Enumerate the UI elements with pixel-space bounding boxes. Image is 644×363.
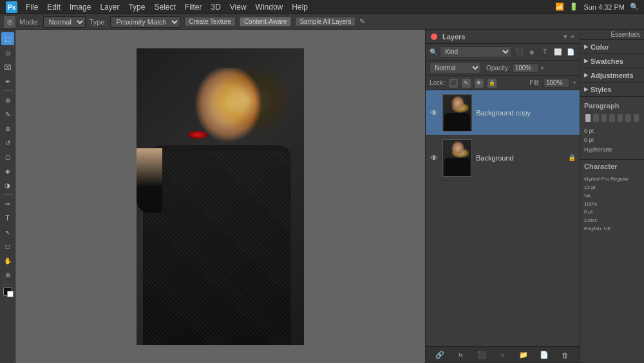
search-icon[interactable]: 🔍 [630, 3, 639, 11]
tool-stamp[interactable]: ⊜ [1, 122, 14, 135]
menu-item-type[interactable]: Type [124, 1, 149, 13]
tool-spot-heal[interactable]: ⊕ [1, 93, 14, 106]
filter-shape-icon[interactable]: ⬜ [553, 47, 563, 57]
adjustments-panel-arrow: ▶ [584, 72, 588, 78]
lock-position-button[interactable]: ✎ [462, 79, 471, 88]
lock-move-button[interactable]: ✥ [475, 79, 484, 88]
clock: Sun 4:32 PM [583, 3, 625, 11]
blend-mode-dropdown[interactable]: Normal Multiply Screen Overlay [430, 63, 481, 74]
justify-all-button[interactable] [634, 114, 639, 122]
tool-path-select[interactable]: ↖ [1, 226, 14, 239]
tool-pen[interactable]: ✑ [1, 197, 14, 210]
panel-collapse-icon[interactable]: ▾ [564, 33, 567, 40]
tool-crop[interactable]: ⌧ [1, 61, 14, 74]
justify-center-button[interactable] [618, 114, 623, 122]
paragraph-panel-title: Paragraph [580, 99, 644, 112]
lock-all-button[interactable]: 🔒 [488, 79, 497, 88]
tool-history-brush[interactable]: ↺ [1, 136, 14, 149]
opacity-label: Opacity: [486, 64, 510, 72]
sample-all-layers-button[interactable]: Sample All Layers [295, 17, 355, 26]
battery-icon: 🔋 [569, 3, 578, 11]
layer-name-bg: Background [476, 154, 564, 162]
character-info: Myriad Pro Regular 13 pt VA 100% 0 pt Co… [580, 173, 644, 236]
swatches-panel-header[interactable]: ▶ Swatches [580, 54, 644, 68]
tool-gradient[interactable]: ◈ [1, 164, 14, 177]
fx-button[interactable]: fx [455, 349, 467, 361]
hyphenate-option[interactable]: Hyphenate [584, 145, 640, 154]
canvas-area[interactable] [15, 30, 425, 363]
foreground-color[interactable] [3, 287, 12, 296]
lock-pixels-button[interactable]: ⬛ [449, 79, 458, 88]
delete-layer-button[interactable]: 🗑 [560, 349, 571, 361]
new-adjustment-button[interactable]: ○ [497, 349, 508, 361]
tool-lasso[interactable]: ⊙ [1, 46, 14, 59]
panel-close-button[interactable] [431, 34, 437, 40]
tool-eraser[interactable]: ◻ [1, 150, 14, 163]
opacity-chevron-icon[interactable]: ▾ [541, 65, 544, 71]
menu-item-filter[interactable]: Filter [181, 1, 206, 13]
fill-chevron-icon[interactable]: ▾ [573, 80, 576, 86]
menu-item-window[interactable]: Window [252, 1, 287, 13]
align-center-button[interactable] [593, 114, 598, 122]
tool-hand[interactable]: ✋ [1, 254, 14, 267]
justify-right-button[interactable] [625, 114, 630, 122]
styles-panel-header[interactable]: ▶ Styles [580, 83, 644, 97]
new-group-button[interactable]: 📁 [518, 349, 529, 361]
filter-pixel-icon[interactable]: ⬛ [514, 47, 524, 57]
menu-item-layer[interactable]: Layer [96, 1, 123, 13]
menu-item-help[interactable]: Help [288, 1, 312, 13]
layer-locked-icon: 🔒 [568, 154, 576, 161]
color-panel-header[interactable]: ▶ Color [580, 40, 644, 54]
fill-input[interactable] [544, 78, 569, 88]
align-left-button[interactable] [585, 114, 591, 122]
layer-visibility-toggle-bg[interactable]: 👁 [430, 153, 439, 162]
svg-text:Ps: Ps [8, 4, 16, 11]
align-right-button[interactable] [601, 114, 607, 122]
tool-marquee[interactable]: ⬚ [1, 32, 14, 45]
link-layers-button[interactable]: 🔗 [434, 349, 446, 361]
adjustments-panel-header[interactable]: ▶ Adjustments [580, 68, 644, 83]
tool-brush[interactable]: ✎ [1, 108, 14, 121]
paragraph-align-row [580, 112, 644, 124]
mode-dropdown[interactable]: Normal [43, 16, 86, 28]
add-mask-button[interactable]: ⬛ [476, 349, 488, 361]
swatches-panel-arrow: ▶ [584, 58, 588, 64]
tool-dodge[interactable]: ◑ [1, 179, 14, 191]
new-layer-button[interactable]: 📄 [538, 349, 550, 361]
system-status: 📶 🔋 Sun 4:32 PM 🔍 [555, 3, 639, 11]
baseline-label: 0 pt [584, 208, 640, 217]
opacity-input[interactable] [513, 63, 538, 73]
tool-eyedropper[interactable]: ✒ [1, 75, 14, 88]
menu-item-file[interactable]: File [22, 1, 42, 13]
type-dropdown[interactable]: Proximity Match [110, 16, 180, 28]
menu-item-3d[interactable]: 3D [207, 1, 224, 13]
filter-text-icon[interactable]: T [540, 47, 550, 57]
brush-icon[interactable]: ✎ [359, 17, 365, 26]
content-aware-button[interactable]: Content-Aware [240, 17, 292, 26]
filter-adjust-icon[interactable]: ◈ [527, 47, 537, 57]
layer-item-bg[interactable]: 👁 Background 🔒 [426, 135, 580, 181]
tool-text[interactable]: T [1, 211, 14, 224]
menu-item-edit[interactable]: Edit [43, 1, 64, 13]
layer-item-bg-copy[interactable]: 👁 Background copy [426, 90, 580, 135]
tool-zoom[interactable]: ⊕ [1, 268, 14, 281]
mode-label: Mode: [19, 18, 39, 26]
justify-left-button[interactable] [609, 114, 614, 122]
font-family-label[interactable]: Myriad Pro Regular [584, 175, 640, 184]
menu-item-select[interactable]: Select [150, 1, 179, 13]
menu-item-view[interactable]: View [226, 1, 251, 13]
filter-smart-icon[interactable]: 📄 [565, 47, 576, 57]
color-panel-title: Color [591, 43, 609, 51]
character-section: Character Myriad Pro Regular 13 pt VA 10… [580, 159, 644, 236]
canvas-document[interactable] [137, 48, 304, 345]
layers-bottom-bar: 🔗 fx ⬛ ○ 📁 📄 🗑 [426, 346, 580, 363]
panel-menu-icon[interactable]: ≡ [571, 33, 574, 40]
type-label: Type: [90, 18, 107, 26]
workspace-label[interactable]: Essentials [611, 31, 640, 38]
layer-filter-dropdown[interactable]: Kind Name Effect [440, 46, 511, 57]
menu-item-image[interactable]: Image [66, 1, 95, 13]
create-texture-button[interactable]: Create Texture [184, 17, 235, 26]
layer-visibility-toggle-bg-copy[interactable]: 👁 [430, 108, 439, 117]
right-panel: Essentials ▶ Color ▶ Swatches ▶ Adjustme… [580, 30, 644, 363]
tool-shapes[interactable]: □ [1, 240, 14, 253]
